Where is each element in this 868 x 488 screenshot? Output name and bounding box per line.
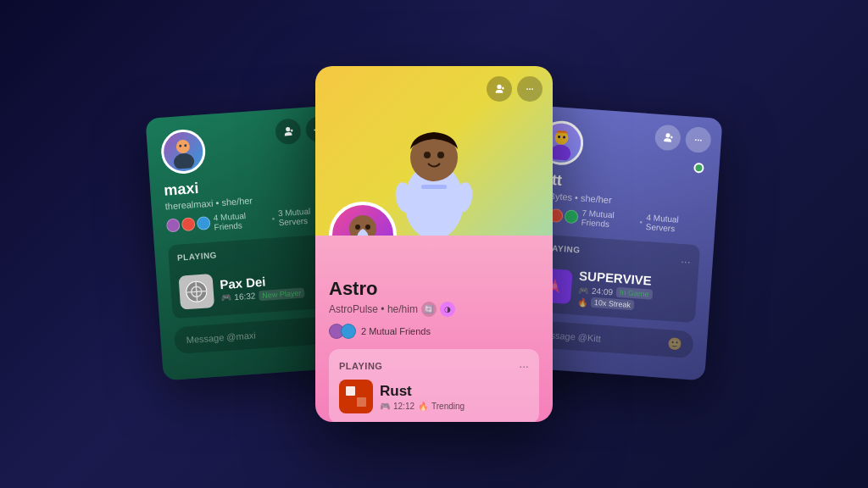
svg-point-25 bbox=[365, 225, 370, 230]
svg-point-9 bbox=[550, 144, 571, 161]
more-options-button-astro[interactable]: ··· bbox=[517, 76, 542, 102]
astro-playing-section: Playing ··· Rust bbox=[329, 349, 539, 422]
mutual-avatar-3 bbox=[197, 216, 211, 230]
nitro-icon: 🔄 bbox=[421, 302, 437, 317]
kitt-emoji-button[interactable]: 🙂 bbox=[666, 336, 682, 351]
astro-playtime: 12:12 bbox=[393, 402, 415, 411]
svg-point-17 bbox=[424, 152, 431, 158]
maxi-avatar bbox=[159, 128, 207, 175]
pronoun-icon: ◑ bbox=[440, 302, 455, 317]
mutual-avatar-2 bbox=[181, 217, 196, 231]
card-astro: ··· bbox=[315, 66, 553, 422]
card-astro-buttons: ··· bbox=[487, 76, 542, 102]
astro-game-stats: 🎮 12:12 🔥 Trending bbox=[380, 402, 465, 411]
svg-rect-29 bbox=[357, 397, 366, 407]
fire-icon-astro: 🔥 bbox=[418, 402, 428, 411]
astro-handle: AstroPulse • he/him 🔄 ◑ bbox=[329, 302, 539, 317]
kitt-separator: • bbox=[639, 217, 643, 226]
kitt-streak-badge: 10x Streak bbox=[591, 297, 635, 311]
card-kitt-buttons: ··· bbox=[654, 125, 712, 154]
kitt-mutual-text: 7 Mutual Friends bbox=[581, 208, 637, 230]
kitt-online-status bbox=[693, 163, 704, 174]
add-friend-button-astro[interactable] bbox=[487, 76, 512, 102]
astro-user-info: Astro AstroPulse • he/him 🔄 ◑ bbox=[329, 236, 539, 317]
astro-playing-header: Playing ··· bbox=[339, 359, 529, 373]
astro-playing-label: Playing bbox=[339, 361, 382, 371]
gamepad-icon-maxi: 🎮 bbox=[220, 292, 231, 302]
astro-game-name: Rust bbox=[380, 383, 465, 400]
gamepad-icon-astro: 🎮 bbox=[380, 402, 390, 411]
astro-handle-text: AstroPulse • he/him bbox=[329, 303, 418, 315]
svg-rect-28 bbox=[357, 386, 366, 396]
kitt-in-game-badge: In Game bbox=[616, 287, 653, 300]
svg-rect-26 bbox=[346, 386, 355, 396]
svg-point-1 bbox=[173, 152, 194, 169]
astro-username: Astro bbox=[329, 278, 539, 300]
maxi-game-row: Pax Dei 🎮 16:32 New Player bbox=[178, 265, 331, 309]
svg-point-18 bbox=[437, 152, 444, 158]
fire-icon-kitt: 🔥 bbox=[577, 297, 588, 307]
cards-container: ··· maxi therealmaxi • she/her bbox=[137, 49, 731, 439]
maxi-message-placeholder: Message @maxi bbox=[186, 330, 256, 346]
astro-mutual-avatar-2 bbox=[341, 324, 356, 339]
astro-character-illustration bbox=[383, 100, 485, 236]
mutual-avatar-1 bbox=[166, 218, 181, 232]
more-options-button-kitt[interactable]: ··· bbox=[685, 126, 712, 153]
maxi-game-info: Pax Dei 🎮 16:32 New Player bbox=[220, 271, 305, 303]
maxi-playing-section: Playing ··· Pax Dei bbox=[168, 234, 341, 319]
maxi-mutual-separator: • bbox=[271, 214, 275, 223]
astro-mutual-text: 2 Mutual Friends bbox=[361, 326, 431, 336]
kitt-playing-section: Playing ··· SUPERVIVE 🎮 bbox=[527, 234, 700, 324]
astro-game-info: Rust 🎮 12:12 🔥 Trending bbox=[380, 383, 465, 411]
svg-point-24 bbox=[355, 225, 360, 230]
astro-card-bottom: Astro AstroPulse • he/him 🔄 ◑ 2 Mutual F… bbox=[315, 236, 553, 422]
maxi-playing-label: Playing bbox=[177, 251, 218, 263]
astro-game-icon bbox=[339, 380, 373, 413]
gamepad-icon-kitt: 🎮 bbox=[578, 285, 589, 295]
astro-trending-text: Trending bbox=[431, 402, 465, 411]
astro-mutual-row: 2 Mutual Friends bbox=[329, 324, 539, 339]
kitt-game-info: SUPERVIVE 🎮 24:09 In Game 🔥 10x Streak bbox=[577, 269, 654, 312]
maxi-mutual-text: 4 Mutual Friends bbox=[213, 209, 269, 231]
kitt-playing-more[interactable]: ··· bbox=[681, 253, 692, 268]
add-friend-button-maxi[interactable] bbox=[275, 118, 302, 145]
kitt-game-row: SUPERVIVE 🎮 24:09 In Game 🔥 10x Streak bbox=[537, 265, 690, 313]
astro-playing-more[interactable]: ··· bbox=[519, 359, 529, 373]
astro-card-top: ··· bbox=[315, 66, 553, 236]
maxi-playtime: 16:32 bbox=[234, 291, 256, 302]
kitt-playtime: 24:09 bbox=[592, 286, 614, 297]
maxi-new-player-badge: New Player bbox=[259, 287, 305, 301]
svg-rect-27 bbox=[346, 397, 355, 407]
maxi-game-icon bbox=[178, 274, 214, 310]
kitt-mutual-avatar-3 bbox=[565, 209, 579, 224]
svg-rect-19 bbox=[421, 185, 447, 189]
kitt-mutual-servers: 4 Mutual Servers bbox=[645, 213, 702, 236]
add-friend-button-kitt[interactable] bbox=[654, 125, 682, 152]
svg-point-0 bbox=[175, 139, 190, 153]
astro-game-row: Rust 🎮 12:12 🔥 Trending bbox=[339, 380, 529, 413]
